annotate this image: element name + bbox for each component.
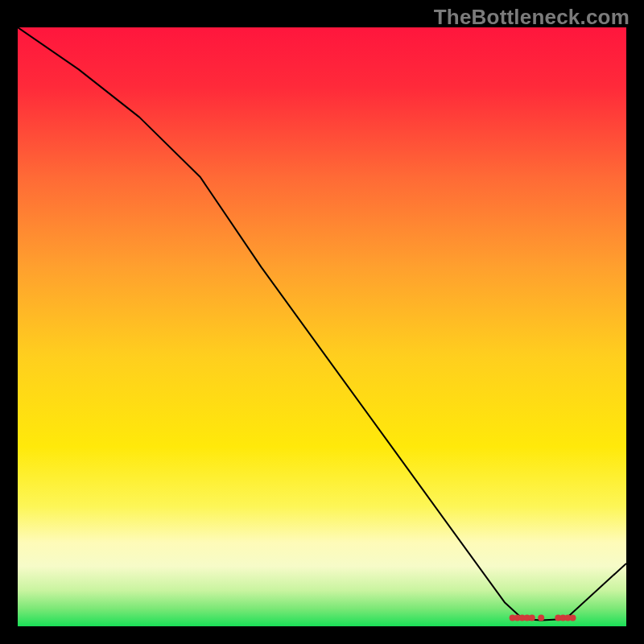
gradient-bg <box>18 27 626 626</box>
watermark-text: TheBottleneck.com <box>434 5 630 30</box>
chart-svg <box>18 27 626 626</box>
chart-area <box>18 27 626 626</box>
marker-dot <box>529 615 535 621</box>
marker-dot <box>538 615 544 621</box>
marker-dot <box>570 615 576 621</box>
